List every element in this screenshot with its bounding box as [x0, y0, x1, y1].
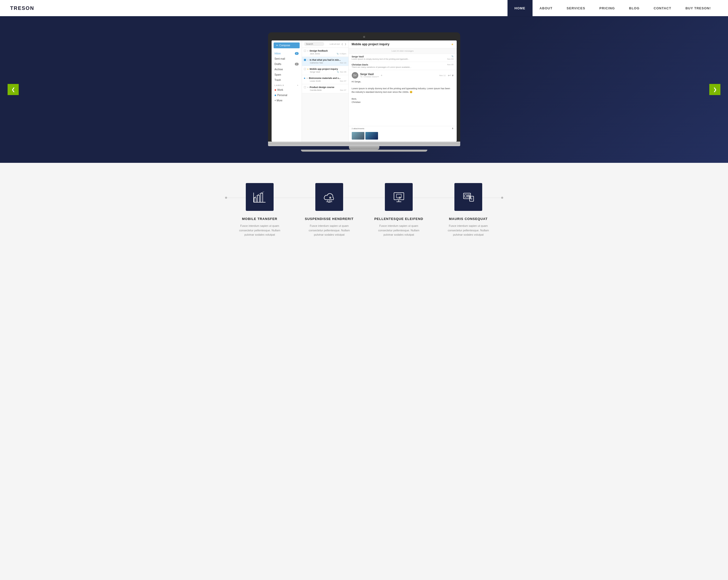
- nav-blog[interactable]: BLOG: [622, 0, 647, 16]
- nav-contact[interactable]: CONTACT: [647, 0, 678, 16]
- nav-about[interactable]: ABOUT: [532, 0, 560, 16]
- email-checkbox[interactable]: [304, 59, 306, 61]
- svg-rect-19: [468, 195, 470, 196]
- feature-title: MOBILE TRANSFER: [242, 217, 278, 221]
- feature-title: MAURIS CONSEQUAT: [449, 217, 488, 221]
- message-actions: ↩ ▾: [448, 73, 453, 77]
- feature-dot: [329, 197, 331, 199]
- star-icon[interactable]: ★: [307, 50, 309, 52]
- thread-item[interactable]: Christian Davis There are many variation…: [349, 62, 457, 70]
- message-body: Hi Serge, Lorem Ipsum is simply dummy te…: [352, 80, 453, 104]
- email-main-message: SV Serge Vasil To: Christian Davis ▾ ★ N…: [349, 70, 457, 126]
- feature-icon-box-security: [454, 183, 482, 211]
- chevron-right-icon: ❯: [713, 87, 717, 92]
- attachment-icon: 📎: [337, 71, 339, 73]
- nav-pricing[interactable]: PRICING: [592, 0, 622, 16]
- star-icon[interactable]: ★: [307, 59, 309, 61]
- compose-icon: ✏: [276, 44, 278, 47]
- hero-section: ❮ ✏ Compose: [0, 16, 728, 163]
- attachments-bar: 2 attachments ⬇: [349, 126, 457, 131]
- email-detail-panel: Mobile app project inquiry ★ Load 24 old…: [349, 41, 457, 141]
- laptop-camera: [363, 36, 365, 38]
- list-item[interactable]: ★ Is that what you had in min... Catheri…: [302, 57, 348, 66]
- logo: TRESON: [10, 5, 34, 11]
- labels-expand-icon[interactable]: +: [297, 84, 298, 86]
- laptop-screen-frame: ✏ Compose Inbox 3 Sent mail Dr: [268, 32, 460, 141]
- feature-desc: Fusce interdum sapien ut quam consectetu…: [237, 224, 282, 237]
- attachment-thumbnail[interactable]: [352, 132, 364, 139]
- feature-item-mauris: MAURIS CONSEQUAT Fusce interdum sapien u…: [434, 183, 503, 237]
- nav-links: HOME ABOUT SERVICES PRICING BLOG CONTACT…: [508, 0, 718, 16]
- feature-dot: [225, 197, 227, 199]
- download-all-icon[interactable]: ⬇: [452, 127, 453, 130]
- star-icon[interactable]: ★: [307, 86, 309, 88]
- feature-desc: Fusce interdum sapien ut quam consectetu…: [307, 224, 352, 237]
- sidebar-item-spam[interactable]: Spam: [271, 72, 302, 77]
- email-count: 1-24 of 112: [330, 43, 340, 45]
- svg-rect-20: [468, 196, 470, 197]
- inbox-badge: 3: [295, 52, 298, 55]
- hero-content: ✏ Compose Inbox 3 Sent mail Dr: [0, 22, 728, 157]
- list-item[interactable]: ★ Design feedback Jack Jones 📎 4:30pm: [302, 48, 348, 57]
- features-section: MOBILE TRANSFER Fusce interdum sapien ut…: [0, 163, 728, 252]
- feature-desc: Fusce interdum sapien ut quam consectetu…: [376, 224, 421, 237]
- feature-item-pellentesque: PELLENTESQUE ELEIFEND Fusce interdum sap…: [364, 183, 434, 237]
- navbar: TRESON HOME ABOUT SERVICES PRICING BLOG …: [0, 0, 728, 16]
- next-slide-button[interactable]: ❯: [709, 84, 721, 95]
- thread-item[interactable]: Serge Vasil Lorem Ipsum is simply dummy …: [349, 54, 457, 62]
- nav-services[interactable]: SERVICES: [560, 0, 593, 16]
- prev-slide-button[interactable]: ❮: [7, 84, 19, 95]
- prev-page-icon[interactable]: ❮: [341, 43, 343, 45]
- feature-icon-box-chart: [246, 183, 274, 211]
- reply-icon[interactable]: ↩: [448, 73, 451, 77]
- star-icon[interactable]: ★: [307, 68, 309, 70]
- svg-rect-2: [261, 193, 263, 202]
- list-item[interactable]: ★ Product design course Camilla Belle No…: [302, 84, 348, 93]
- email-checkbox[interactable]: [304, 86, 306, 88]
- sidebar-item-archive[interactable]: Archive: [271, 67, 302, 72]
- nav-buy[interactable]: BUY TRESON!: [678, 0, 718, 16]
- sidebar-item-inbox[interactable]: Inbox 3: [271, 51, 302, 56]
- list-item[interactable]: ★ Mobile app project inquiry Serge Vasil…: [302, 66, 348, 75]
- sidebar-item-work[interactable]: Work: [271, 87, 302, 93]
- attachment-thumbnail[interactable]: [365, 132, 378, 139]
- email-sidebar: ✏ Compose Inbox 3 Sent mail Dr: [271, 41, 302, 141]
- laptop-base: [268, 141, 460, 146]
- sidebar-item-more[interactable]: + More: [271, 98, 302, 103]
- thread-info: Christian Davis There are many variation…: [352, 63, 446, 68]
- feature-dot: [501, 197, 503, 199]
- email-list-header: 1-24 of 112 ❮ ❯: [302, 41, 348, 48]
- email-checkbox[interactable]: [304, 50, 306, 52]
- detail-star-icon[interactable]: ★: [451, 43, 453, 46]
- next-page-icon[interactable]: ❯: [345, 43, 346, 45]
- list-item[interactable]: ★ Bistronome materials and s... Lewis Sm…: [302, 75, 348, 84]
- msg-star-icon[interactable]: ★: [381, 74, 383, 77]
- search-input[interactable]: [304, 42, 324, 46]
- sidebar-item-trash[interactable]: Trash: [271, 77, 302, 83]
- attachment-icon: 📎: [337, 53, 339, 55]
- work-label-dot: [275, 89, 276, 91]
- sidebar-item-personal[interactable]: Personal: [271, 93, 302, 98]
- avatar: SV: [352, 72, 358, 79]
- features-grid: MOBILE TRANSFER Fusce interdum sapien ut…: [225, 183, 503, 237]
- chart-icon: [253, 190, 267, 204]
- load-older-button[interactable]: Load 24 older messages: [349, 48, 457, 54]
- personal-label-dot: [275, 95, 276, 96]
- sidebar-item-drafts[interactable]: Drafts 2: [271, 61, 302, 67]
- chevron-left-icon: ❮: [11, 87, 15, 92]
- sidebar-item-sent[interactable]: Sent mail: [271, 56, 302, 61]
- email-checkbox[interactable]: [304, 68, 306, 70]
- svg-rect-1: [257, 195, 259, 202]
- feature-desc: Fusce interdum sapien ut quam consectetu…: [446, 224, 491, 237]
- svg-rect-0: [254, 198, 256, 202]
- compose-button[interactable]: ✏ Compose: [274, 43, 300, 48]
- nav-home[interactable]: HOME: [508, 0, 532, 16]
- star-icon[interactable]: ★: [306, 77, 308, 79]
- feature-item-suspendisse: SUSPENDISSE HENDRERIT Fusce interdum sap…: [294, 183, 364, 237]
- attachment-images: [349, 132, 457, 141]
- more-actions-icon[interactable]: ▾: [452, 73, 453, 77]
- feature-title: SUSPENDISSE HENDRERIT: [305, 217, 354, 221]
- feature-dot: [399, 197, 401, 199]
- laptop-screen: ✏ Compose Inbox 3 Sent mail Dr: [271, 41, 457, 141]
- unread-dot: [304, 78, 305, 79]
